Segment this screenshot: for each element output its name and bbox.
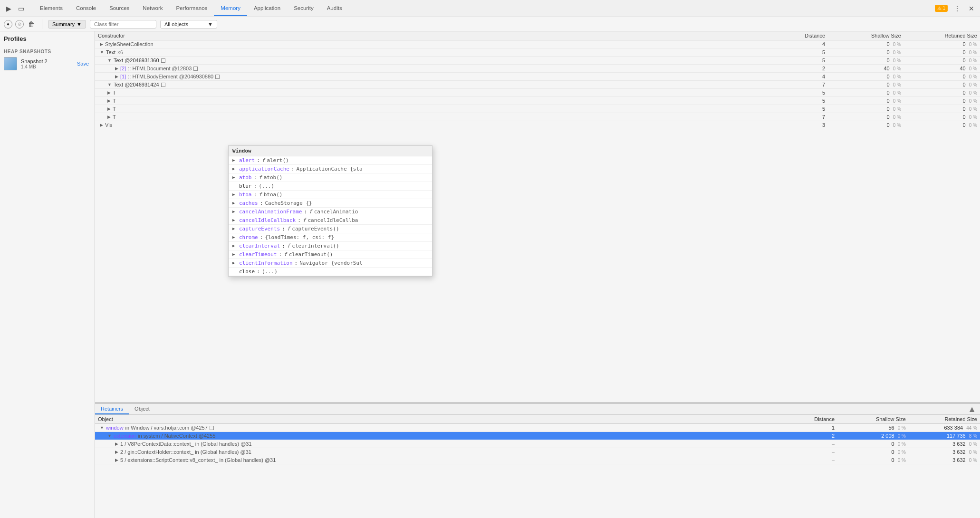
cursor-icon[interactable]: ▶ (4, 4, 13, 13)
table-row[interactable]: ▶ T 5 0 0 % 0 0 % (95, 97, 980, 105)
warning-badge[interactable]: ⚠ 1 (935, 5, 948, 12)
summary-button[interactable]: Summary ▼ (48, 20, 86, 29)
tab-performance[interactable]: Performance (170, 1, 214, 16)
tab-elements[interactable]: Elements (33, 1, 69, 16)
expand-arrow[interactable]: ▶ (107, 106, 111, 111)
save-button[interactable]: Save (75, 60, 91, 67)
expand-arrow[interactable]: ▼ (100, 425, 104, 430)
tab-network[interactable]: Network (136, 1, 169, 16)
expand-arrow[interactable]: ▼ (107, 82, 112, 87)
tab-audits[interactable]: Audits (320, 1, 349, 16)
popup-row[interactable]: ▶ captureEvents : f captureEvents() (229, 225, 432, 233)
close-icon[interactable]: ✕ (967, 4, 976, 13)
main-table: Constructor Distance Shallow Size Retain… (95, 31, 980, 129)
expand-arrow[interactable]: ▶ (107, 98, 111, 103)
tab-object[interactable]: Object (129, 404, 155, 414)
distance-cell: 5 (790, 48, 828, 57)
popup-row[interactable]: ▶ btoa : f btoa() (229, 191, 432, 199)
device-icon[interactable]: ▭ (16, 4, 26, 13)
table-row[interactable]: ▼ Text @2046931360 5 0 0 % 0 0 % (95, 57, 980, 65)
table-row[interactable]: ▶ T 5 0 0 % 0 0 % (95, 89, 980, 97)
popup-expand-icon[interactable]: ▶ (232, 218, 237, 222)
popup-expand-icon[interactable]: ▶ (232, 175, 237, 180)
expand-arrow[interactable]: ▶ (100, 123, 103, 127)
expand-arrow[interactable]: ▶ (107, 90, 111, 95)
popup-expand-icon[interactable]: ▶ (232, 260, 237, 265)
popup-row[interactable]: ▶ clientInformation : Navigator {vendorS… (229, 259, 432, 268)
bottom-col-object[interactable]: Object (95, 415, 799, 424)
popup-key: cancelAnimationFrame (239, 209, 302, 215)
table-row[interactable]: ▼ extension in system / NativeContext @4… (95, 432, 980, 440)
popup-row[interactable]: ▶ applicationCache : ApplicationCache {s… (229, 165, 432, 173)
popup-expand-icon[interactable]: ▶ (232, 235, 237, 240)
col-header-distance[interactable]: Distance (790, 31, 828, 40)
popup-row[interactable]: ▶ clearTimeout : f clearTimeout() (229, 250, 432, 259)
popup-colon: : (304, 209, 307, 215)
table-row[interactable]: ▶ StyleSheetCollection 4 0 0 % 0 0 % (95, 40, 980, 48)
record-icon[interactable]: ● (4, 20, 12, 29)
popup-expand-icon[interactable]: ▶ (232, 192, 237, 197)
trash-icon[interactable]: 🗑 (27, 19, 36, 29)
retained-cell: 3 632 0 % (909, 448, 980, 456)
table-row[interactable]: ▶ 2 / gin::ContextHolder::context_ in (G… (95, 448, 980, 456)
popup-row[interactable]: ▶ atob : f atob() (229, 173, 432, 182)
retained-cell: 117 736 8 % (909, 432, 980, 440)
table-row[interactable]: ▶ T 7 0 0 % 0 0 % (95, 113, 980, 121)
tab-console[interactable]: Console (69, 1, 103, 16)
table-row[interactable]: ▶ 1 / V8PerContextData::context_ in (Glo… (95, 440, 980, 448)
snapshot-item[interactable]: Snapshot 2 1.4 MB Save (0, 55, 95, 72)
shallow-cell: 0 0 % (837, 440, 909, 448)
popup-expand-icon[interactable]: ▶ (232, 209, 237, 214)
popup-row[interactable]: ▶ cancelAnimationFrame : f cancelAnimati… (229, 208, 432, 216)
popup-expand-icon[interactable]: ▶ (232, 158, 237, 163)
col-header-retained[interactable]: Retained Size (904, 31, 980, 40)
table-row[interactable]: ▶ [1] :: HTMLBodyElement @2046930880 4 0… (95, 73, 980, 81)
expand-arrow[interactable]: ▼ (107, 58, 112, 63)
expand-arrow[interactable]: ▶ (115, 458, 118, 462)
col-header-shallow[interactable]: Shallow Size (828, 31, 904, 40)
table-row[interactable]: ▶ T 5 0 0 % 0 0 % (95, 105, 980, 113)
expand-arrow[interactable]: ▶ (115, 66, 118, 71)
table-row[interactable]: ▶ 5 / extensions::ScriptContext::v8_cont… (95, 456, 980, 464)
col-header-constructor[interactable]: Constructor (95, 31, 790, 40)
popup-expand-icon[interactable]: ▶ (232, 226, 237, 231)
tab-application[interactable]: Application (247, 1, 287, 16)
popup-expand-icon[interactable]: ▶ (232, 243, 237, 248)
expand-arrow[interactable]: ▶ (115, 441, 118, 446)
table-row[interactable]: ▼ window in Window / vars.hotjar.com @42… (95, 424, 980, 432)
popup-expand-icon[interactable]: ▶ (232, 201, 237, 205)
popup-row[interactable]: ▶ clearInterval : f clearInterval() (229, 242, 432, 250)
popup-expand-icon[interactable]: ▶ (232, 166, 237, 171)
expand-arrow[interactable]: ▶ (115, 74, 118, 79)
bottom-col-distance[interactable]: Distance (799, 415, 837, 424)
expand-arrow[interactable]: ▶ (107, 115, 111, 119)
table-row[interactable]: ▼ Text @2046931424 7 0 0 % 0 0 % (95, 81, 980, 89)
tab-retainers[interactable]: Retainers (95, 404, 129, 414)
popup-row[interactable]: ▶ caches : CacheStorage {} (229, 199, 432, 208)
menu-icon[interactable]: ⋮ (952, 4, 962, 13)
popup-expand-icon[interactable]: ▶ (232, 252, 237, 257)
table-row[interactable]: ▼ Text ×6 5 0 0 % 0 0 % (95, 48, 980, 57)
expand-arrow[interactable]: ▼ (100, 50, 104, 55)
popup-value: btoa() (264, 192, 283, 198)
distance-cell: 2 (799, 432, 837, 440)
all-objects-dropdown[interactable]: All objects ▼ (160, 20, 217, 29)
popup-row[interactable]: close : (...) (229, 268, 432, 276)
tab-memory[interactable]: Memory (214, 1, 247, 16)
bottom-col-retained[interactable]: Retained Size (909, 415, 980, 424)
panel-expand-icon[interactable]: ▲ (964, 404, 980, 414)
bottom-col-shallow[interactable]: Shallow Size (837, 415, 909, 424)
expand-arrow[interactable]: ▶ (115, 450, 118, 454)
table-row[interactable]: ▶ Vis 3 0 0 % 0 0 % (95, 121, 980, 129)
stop-icon[interactable]: ⊘ (15, 20, 24, 29)
class-filter-input[interactable] (90, 20, 156, 29)
popup-row[interactable]: blur : (...) (229, 182, 432, 191)
expand-arrow[interactable]: ▶ (100, 42, 103, 47)
popup-row[interactable]: ▶ cancelIdleCallback : f cancelIdleCallb… (229, 216, 432, 225)
expand-arrow[interactable]: ▼ (107, 433, 112, 438)
popup-row[interactable]: ▶ alert : f alert() (229, 156, 432, 165)
table-row[interactable]: ▶ [2] :: HTMLDocument @12803 2 40 0 % 40… (95, 65, 980, 73)
tab-sources[interactable]: Sources (103, 1, 136, 16)
tab-security[interactable]: Security (287, 1, 320, 16)
popup-row[interactable]: ▶ chrome : {loadTimes: f, csi: f} (229, 233, 432, 242)
